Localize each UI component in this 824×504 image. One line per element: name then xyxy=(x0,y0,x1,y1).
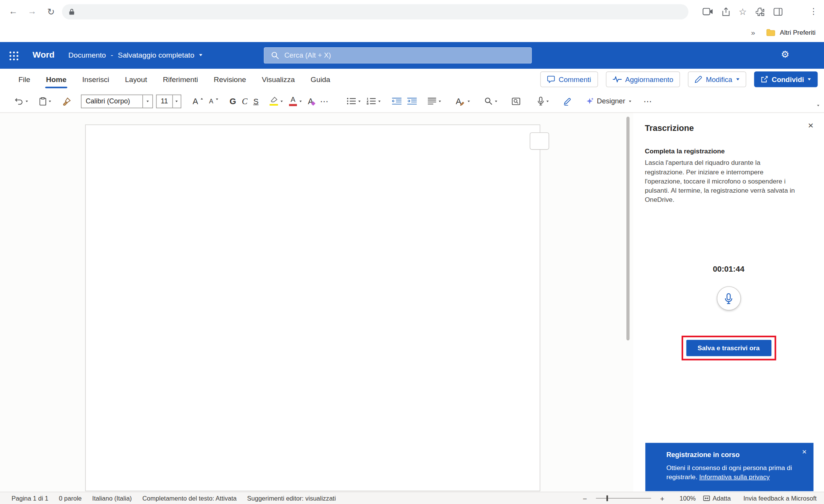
alignment-button[interactable] xyxy=(425,93,445,109)
browser-address-bar[interactable] xyxy=(62,4,688,19)
tab-layout[interactable]: Layout xyxy=(117,69,155,90)
chevron-up-icon xyxy=(201,98,203,99)
increase-indent-button[interactable] xyxy=(405,93,420,109)
comment-anchor-card[interactable] xyxy=(530,132,549,150)
browser-reload-button[interactable]: ↻ xyxy=(43,4,59,19)
zoom-out-button[interactable]: − xyxy=(581,494,589,502)
notification-close-button[interactable]: × xyxy=(802,447,806,456)
format-painter-button[interactable] xyxy=(60,93,74,109)
format-painter-icon xyxy=(62,97,71,105)
bookmarks-overflow-button[interactable]: » xyxy=(751,28,755,37)
app-launcher-icon[interactable] xyxy=(7,49,21,63)
status-bar: Pagina 1 di 1 0 parole Italiano (Italia)… xyxy=(0,492,824,504)
ribbon-action-buttons: Commenti Aggiornamento Modifica Condiv xyxy=(540,71,818,87)
edit-mode-button[interactable]: Modifica xyxy=(688,71,746,87)
document-canvas: Trascrizione × Completa la registrazione… xyxy=(0,113,824,492)
other-bookmarks-button[interactable]: Altri Preferiti xyxy=(780,29,816,36)
numbered-list-button[interactable] xyxy=(364,93,384,109)
share-icon[interactable] xyxy=(722,7,730,16)
italic-button[interactable]: C xyxy=(239,93,250,109)
sparkle-icon xyxy=(586,97,594,105)
font-size-select[interactable]: 11 xyxy=(156,94,181,108)
fit-width-button[interactable]: Adatta xyxy=(703,494,731,502)
tab-visualizza[interactable]: Visualizza xyxy=(254,69,303,90)
document-title-bar[interactable]: Documento - Salvataggio completato xyxy=(68,51,202,60)
browser-forward-button[interactable]: → xyxy=(24,4,40,19)
tab-riferimenti[interactable]: Riferimenti xyxy=(155,69,206,90)
ribbon-tab-bar: File Home Inserisci Layout Riferimenti R… xyxy=(0,69,824,90)
numbered-list-icon xyxy=(367,98,376,105)
pause-recording-button[interactable] xyxy=(716,286,740,310)
document-name[interactable]: Documento xyxy=(68,51,106,60)
grow-font-button[interactable]: A xyxy=(190,93,206,109)
font-color-button[interactable]: A xyxy=(286,93,305,109)
editor-pen-icon xyxy=(563,97,572,105)
extensions-icon[interactable] xyxy=(756,7,764,16)
clear-formatting-button[interactable]: A xyxy=(305,93,316,109)
chevron-down-icon xyxy=(48,100,51,102)
panel-close-button[interactable]: × xyxy=(808,120,813,131)
browser-menu-icon[interactable]: ⋮ xyxy=(809,7,818,16)
bulleted-list-button[interactable] xyxy=(344,93,364,109)
comments-button[interactable]: Commenti xyxy=(540,71,598,87)
text-completion-status[interactable]: Completamento del testo: Attivata xyxy=(142,494,237,502)
dictate-button[interactable] xyxy=(535,93,552,109)
zoom-slider[interactable] xyxy=(596,495,651,502)
decrease-indent-icon xyxy=(392,98,402,105)
underline-button[interactable]: S xyxy=(250,93,261,109)
undo-button[interactable] xyxy=(11,93,31,109)
editor-suggestions-status[interactable]: Suggerimenti editor: visualizzati xyxy=(247,494,335,502)
editor-button[interactable] xyxy=(560,93,574,109)
page-count[interactable]: Pagina 1 di 1 xyxy=(11,494,48,502)
chevron-down-icon xyxy=(495,100,497,102)
feedback-link[interactable]: Invia feedback a Microsoft xyxy=(743,494,817,502)
highlight-color-button[interactable] xyxy=(267,93,286,109)
document-page[interactable] xyxy=(85,124,540,491)
scrollbar-thumb[interactable] xyxy=(626,117,629,341)
app-name[interactable]: Word xyxy=(32,50,55,60)
reading-view-button[interactable] xyxy=(509,93,523,109)
toolbar-more-button[interactable]: ⋯ xyxy=(640,96,656,106)
paste-button[interactable] xyxy=(36,93,54,109)
transcription-panel: Trascrizione × Completa la registrazione… xyxy=(633,113,824,492)
font-more-button[interactable]: ⋯ xyxy=(316,96,333,106)
zoom-level[interactable]: 100% xyxy=(680,494,696,502)
section-title: Completa la registrazione xyxy=(645,148,724,155)
browser-back-button[interactable]: ← xyxy=(5,4,21,19)
panel-title: Trascrizione xyxy=(645,124,694,133)
tab-file[interactable]: File xyxy=(11,69,38,90)
update-button[interactable]: Aggiornamento xyxy=(606,71,680,87)
decrease-indent-button[interactable] xyxy=(389,93,405,109)
side-panel-icon[interactable] xyxy=(774,8,782,16)
save-status[interactable]: Salvataggio completato xyxy=(118,51,194,60)
language-indicator[interactable]: Italiano (Italia) xyxy=(92,494,132,502)
font-name-select[interactable]: Calibri (Corpo) xyxy=(81,94,153,108)
vertical-scrollbar[interactable] xyxy=(626,113,630,492)
bold-button[interactable]: G xyxy=(227,93,239,109)
word-count[interactable]: 0 parole xyxy=(59,494,82,502)
designer-button[interactable]: Designer xyxy=(583,93,634,109)
video-call-icon[interactable] xyxy=(703,8,713,15)
privacy-policy-link[interactable]: Informativa sulla privacy xyxy=(699,473,770,481)
tab-revisione[interactable]: Revisione xyxy=(206,69,254,90)
styles-button[interactable]: A xyxy=(453,93,473,109)
save-and-transcribe-button[interactable]: Salva e trascrivi ora xyxy=(686,340,771,356)
find-button[interactable] xyxy=(481,93,500,109)
settings-gear-icon[interactable]: ⚙ xyxy=(781,49,789,60)
tab-inserisci[interactable]: Inserisci xyxy=(74,69,117,90)
ribbon-collapse-button[interactable] xyxy=(817,99,820,109)
bookmark-star-icon[interactable]: ☆ xyxy=(739,7,747,16)
chevron-down-icon xyxy=(172,95,181,108)
clipboard-icon xyxy=(39,97,46,105)
microphone-icon xyxy=(725,293,733,304)
zoom-slider-thumb[interactable] xyxy=(606,495,608,501)
share-button[interactable]: Condividi xyxy=(754,71,818,87)
shrink-font-button[interactable]: A xyxy=(206,93,221,109)
tab-guida[interactable]: Guida xyxy=(303,69,338,90)
tab-home[interactable]: Home xyxy=(38,69,74,90)
fit-page-icon xyxy=(703,495,710,502)
search-input[interactable] xyxy=(264,47,532,63)
bulleted-list-icon xyxy=(347,98,356,105)
zoom-in-button[interactable]: + xyxy=(658,494,666,502)
chevron-down-icon xyxy=(300,100,302,102)
